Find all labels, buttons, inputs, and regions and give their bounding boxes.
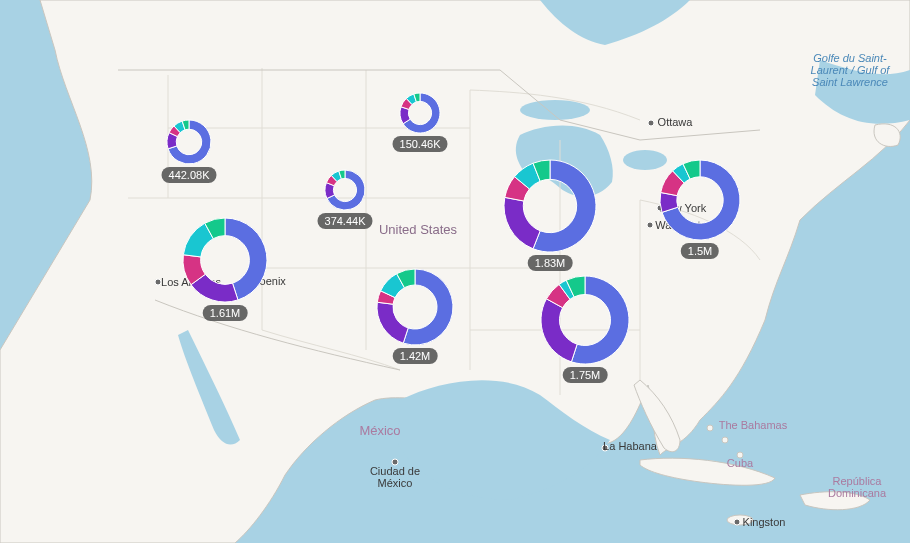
basemap (0, 0, 910, 543)
label-gulf-st-lawrence: Golfe du Saint- Laurent / Gulf of Saint … (810, 52, 890, 88)
label-kingston: Kingston (743, 516, 786, 528)
label-la-habana: La Habana (603, 440, 657, 452)
label-cuba: Cuba (727, 457, 753, 469)
donut-chart-midwest[interactable] (502, 158, 598, 254)
donut-chart-southwest[interactable] (181, 216, 269, 304)
value-badge-upper_mw: 150.46K (393, 136, 448, 152)
city-dot-ottawa (648, 120, 655, 127)
donut-chart-pnw[interactable] (165, 118, 213, 166)
map-canvas[interactable]: United States Ottawa New York Washington… (0, 0, 910, 543)
donut-chart-southeast[interactable] (539, 274, 631, 366)
svg-point-2 (520, 100, 590, 120)
donut-chart-upper_mw[interactable] (398, 91, 442, 135)
city-dot-kingston (734, 519, 741, 526)
donut-chart-northeast[interactable] (658, 158, 742, 242)
value-badge-southwest: 1.61M (203, 305, 248, 321)
value-badge-midwest: 1.83M (528, 255, 573, 271)
label-cdmx: Ciudad de México (360, 466, 430, 489)
value-badge-northeast: 1.5M (681, 243, 719, 259)
label-united-states: United States (379, 222, 457, 237)
value-badge-rockies: 374.44K (318, 213, 373, 229)
city-dot-cdmx (392, 459, 399, 466)
donut-chart-texas[interactable] (375, 267, 455, 347)
label-bahamas: The Bahamas (719, 419, 787, 431)
city-dot-washington (647, 222, 654, 229)
svg-point-4 (707, 425, 713, 431)
label-rep-dom: República Dominicana (812, 476, 902, 499)
value-badge-texas: 1.42M (393, 348, 438, 364)
label-ottawa: Ottawa (658, 116, 693, 128)
label-mexico: México (359, 423, 400, 438)
svg-point-5 (722, 437, 728, 443)
donut-chart-rockies[interactable] (323, 168, 367, 212)
value-badge-southeast: 1.75M (563, 367, 608, 383)
value-badge-pnw: 442.08K (162, 167, 217, 183)
